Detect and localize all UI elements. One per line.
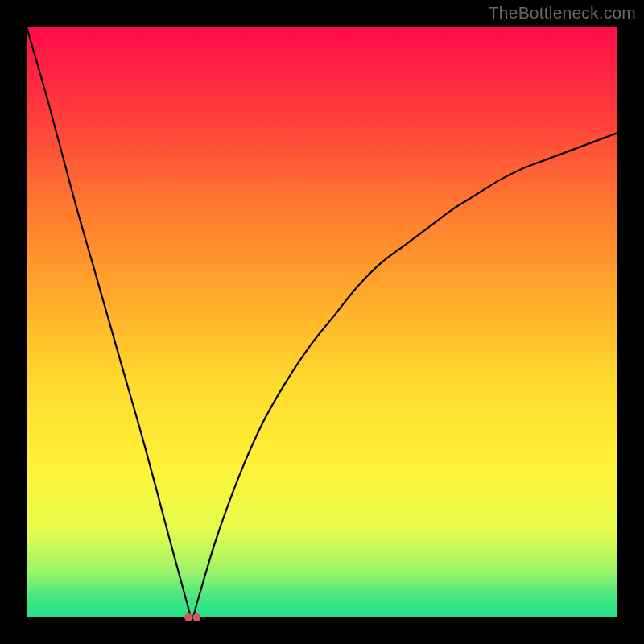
bottleneck-curve: [27, 27, 617, 617]
chart-svg: [27, 27, 617, 617]
watermark-text: TheBottleneck.com: [489, 3, 636, 23]
optimum-marker: [184, 613, 192, 621]
optimum-marker: [192, 613, 200, 621]
chart-plot-area: [27, 27, 617, 617]
chart-frame: TheBottleneck.com: [0, 0, 644, 644]
